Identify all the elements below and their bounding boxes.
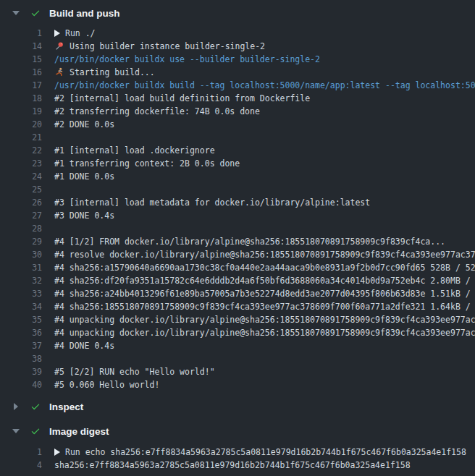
- line-number[interactable]: 38: [0, 352, 42, 365]
- log-text: #4 [1/2] FROM docker.io/library/alpine@s…: [54, 235, 445, 248]
- line-number[interactable]: 34: [0, 300, 42, 313]
- log-line: 39#5 [2/2] RUN echo "Hello world!": [0, 365, 475, 378]
- log-line: 27#3 DONE 0.4s: [0, 209, 475, 222]
- line-content: #1 DONE 0.0s: [54, 170, 114, 183]
- log-line: 22#1 [internal] load .dockerignore: [0, 144, 475, 157]
- line-content: /usr/bin/docker buildx build --tag local…: [54, 79, 475, 92]
- log-text: Run ./: [65, 27, 96, 40]
- line-number[interactable]: 39: [0, 365, 42, 378]
- line-content: #1 transferring context: 2B 0.0s done: [54, 157, 240, 170]
- section-image-digest: Image digest1Run echo sha256:e7ff8834a59…: [0, 421, 475, 476]
- log-line: 18#2 [internal] load build definition fr…: [0, 92, 475, 105]
- line-number[interactable]: 35: [0, 313, 42, 326]
- log-text: #4 DONE 0.4s: [54, 339, 114, 352]
- log-text: #4 sha256:a15790640a6690aa1730c38cf0a440…: [54, 261, 475, 274]
- log-line: 31#4 sha256:a15790640a6690aa1730c38cf0a4…: [0, 261, 475, 274]
- log-text: #4 unpacking docker.io/library/alpine@sh…: [54, 326, 475, 339]
- log-text: #3 [internal] load metadata for docker.i…: [54, 196, 370, 209]
- log-text: Run echo sha256:e7ff8834a5963a2785c5a081…: [65, 446, 466, 459]
- log-line: 30#4 resolve docker.io/library/alpine@sh…: [0, 248, 475, 261]
- actions-log-viewer: Build and push1Run ./14Using builder ins…: [0, 0, 475, 476]
- log-line: 36#4 unpacking docker.io/library/alpine@…: [0, 326, 475, 339]
- line-number[interactable]: 22: [0, 144, 42, 157]
- log-text: #5 0.060 Hello world!: [54, 378, 159, 391]
- line-number[interactable]: 31: [0, 261, 42, 274]
- line-number[interactable]: 4: [0, 459, 42, 472]
- line-number[interactable]: 25: [0, 183, 42, 196]
- line-number[interactable]: 19: [0, 105, 42, 118]
- section-header-inspect[interactable]: Inspect: [0, 396, 475, 417]
- line-number[interactable]: 16: [0, 66, 42, 79]
- log-text: #4 sha256:185518070891758909c9f839cf4ca3…: [54, 300, 475, 313]
- log-line: 37#4 DONE 0.4s: [0, 339, 475, 352]
- line-number[interactable]: 18: [0, 92, 42, 105]
- log-line: 16Starting build...: [0, 66, 475, 79]
- section-build-and-push: Build and push1Run ./14Using builder ins…: [0, 3, 475, 396]
- log-line: 1Run ./: [0, 27, 475, 40]
- line-number[interactable]: 27: [0, 209, 42, 222]
- line-number[interactable]: 21: [0, 131, 42, 144]
- log-text: #4 sha256:df20fa9351a15782c64e6dddb2d4a6…: [54, 274, 475, 287]
- line-number[interactable]: 23: [0, 157, 42, 170]
- line-content: sha256:e7ff8834a5963a2785c5a0811e979d16b…: [54, 459, 411, 472]
- log-sections: Build and push1Run ./14Using builder ins…: [0, 3, 475, 476]
- log-text: #1 DONE 0.0s: [54, 170, 114, 183]
- line-number[interactable]: 26: [0, 196, 42, 209]
- log-text: Starting build...: [70, 66, 155, 79]
- line-number[interactable]: 29: [0, 235, 42, 248]
- line-content: #4 sha256:a15790640a6690aa1730c38cf0a440…: [54, 261, 475, 274]
- log-line: 40#5 0.060 Hello world!: [0, 378, 475, 391]
- log-body-image-digest: 1Run echo sha256:e7ff8834a5963a2785c5a08…: [0, 441, 475, 476]
- log-text: #4 unpacking docker.io/library/alpine@sh…: [54, 313, 475, 326]
- line-number[interactable]: 33: [0, 287, 42, 300]
- section-title: Inspect: [49, 401, 83, 412]
- line-number[interactable]: 17: [0, 79, 42, 92]
- log-line: 23#1 transferring context: 2B 0.0s done: [0, 157, 475, 170]
- line-content: Run ./: [54, 27, 96, 40]
- line-content: #5 0.060 Hello world!: [54, 378, 159, 391]
- log-line: 33#4 sha256:a24bb4013296f61e89ba57005a7b…: [0, 287, 475, 300]
- line-number[interactable]: 28: [0, 222, 42, 235]
- line-number[interactable]: 37: [0, 339, 42, 352]
- line-number[interactable]: 1: [0, 27, 42, 40]
- check-icon: [30, 401, 41, 412]
- line-number[interactable]: 1: [0, 446, 42, 459]
- section-header-image-digest[interactable]: Image digest: [0, 421, 475, 441]
- line-content: #1 [internal] load .dockerignore: [54, 144, 215, 157]
- line-content: #4 sha256:df20fa9351a15782c64e6dddb2d4a6…: [54, 274, 475, 287]
- log-text: #4 sha256:a24bb4013296f61e89ba57005a7b3e…: [54, 287, 475, 300]
- run-expand-icon[interactable]: [54, 449, 60, 456]
- log-line: 17/usr/bin/docker buildx build --tag loc…: [0, 79, 475, 92]
- line-content: #3 DONE 0.4s: [54, 209, 114, 222]
- section-title: Build and push: [49, 8, 120, 19]
- line-number[interactable]: 32: [0, 274, 42, 287]
- line-number[interactable]: 36: [0, 326, 42, 339]
- line-number[interactable]: 14: [0, 40, 42, 53]
- check-icon: [30, 8, 41, 18]
- log-line: 20#2 DONE 0.0s: [0, 118, 475, 131]
- line-content: #2 DONE 0.0s: [54, 118, 114, 131]
- log-text: #4 resolve docker.io/library/alpine@sha2…: [54, 248, 475, 261]
- section-header-build-and-push[interactable]: Build and push: [0, 3, 475, 23]
- line-content: #4 unpacking docker.io/library/alpine@sh…: [54, 326, 475, 339]
- line-number[interactable]: 24: [0, 170, 42, 183]
- log-line: 29#4 [1/2] FROM docker.io/library/alpine…: [0, 235, 475, 248]
- line-content: #3 [internal] load metadata for docker.i…: [54, 196, 370, 209]
- line-content: /usr/bin/docker buildx use --builder bui…: [54, 53, 320, 66]
- log-line: 28: [0, 222, 475, 235]
- log-text: Using builder instance builder-single-2: [70, 40, 265, 53]
- line-content: #2 [internal] load build definition from…: [54, 92, 310, 105]
- line-number[interactable]: 40: [0, 378, 42, 391]
- line-number[interactable]: 30: [0, 248, 42, 261]
- line-content: Run echo sha256:e7ff8834a5963a2785c5a081…: [54, 446, 466, 459]
- line-number[interactable]: 20: [0, 118, 42, 131]
- log-text: /usr/bin/docker buildx use --builder bui…: [54, 53, 320, 66]
- log-text: #3 DONE 0.4s: [54, 209, 114, 222]
- line-content: #4 sha256:185518070891758909c9f839cf4ca3…: [54, 300, 475, 313]
- line-content: Starting build...: [54, 66, 155, 79]
- line-content: #4 unpacking docker.io/library/alpine@sh…: [54, 313, 475, 326]
- line-number[interactable]: 15: [0, 53, 42, 66]
- run-expand-icon[interactable]: [54, 30, 60, 37]
- log-line: 24#1 DONE 0.0s: [0, 170, 475, 183]
- line-content: #5 [2/2] RUN echo "Hello world!": [54, 365, 215, 378]
